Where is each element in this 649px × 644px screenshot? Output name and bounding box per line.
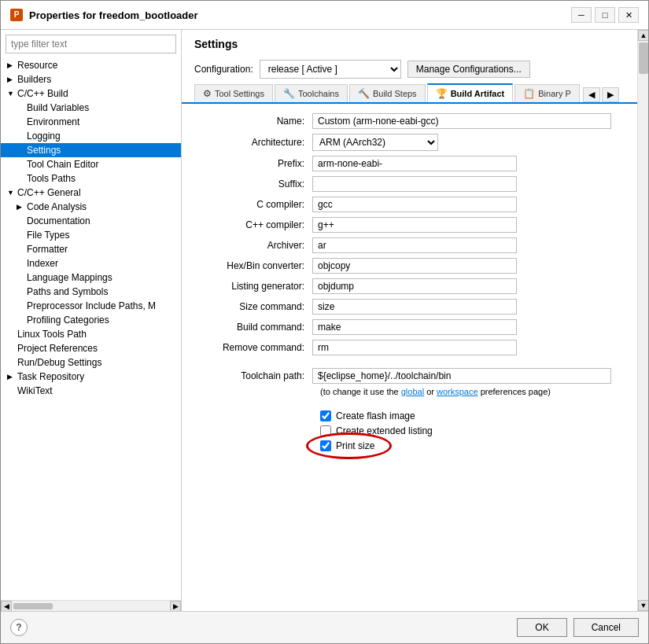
tree-item-resource[interactable]: ▶Resource	[1, 58, 181, 72]
settings-header: Settings	[182, 30, 637, 55]
scroll-left-arrow[interactable]: ◀	[1, 601, 12, 612]
c-compiler-input[interactable]	[312, 197, 517, 212]
name-input[interactable]	[312, 113, 611, 129]
cpp-compiler-input[interactable]	[312, 217, 517, 233]
toolchain-path-row: Toolchain path:	[194, 368, 625, 384]
prefix-row: Prefix:	[194, 156, 625, 171]
arch-row: Architecture: ARM (AArch32)	[194, 134, 625, 151]
tabs-bar: ⚙ Tool Settings 🔧 Toolchains 🔨 Build Ste…	[182, 83, 637, 104]
config-select[interactable]: release [ Active ]	[260, 60, 401, 79]
size-cmd-input[interactable]	[312, 299, 517, 315]
suffix-input[interactable]	[312, 176, 517, 192]
tree-item-label: C/C++ General	[17, 187, 81, 198]
tree-item-linux-tools[interactable]: Linux Tools Path	[1, 327, 181, 341]
create-flash-checkbox[interactable]	[320, 410, 331, 421]
tree-item-formatter[interactable]: Formatter	[1, 242, 181, 256]
archiver-row: Archiver:	[194, 237, 625, 253]
tree-item-run-debug[interactable]: Run/Debug Settings	[1, 355, 181, 370]
scroll-right-arrow[interactable]: ▶	[170, 601, 181, 612]
tree-item-environment[interactable]: Environment	[1, 115, 181, 129]
suffix-label: Suffix:	[194, 178, 312, 190]
vertical-scrollbar[interactable]: ▲ ▼	[637, 30, 648, 611]
expand-arrow: ▼	[7, 189, 15, 197]
listing-label: Listing generator:	[194, 281, 312, 292]
manage-configurations-button[interactable]: Manage Configurations...	[407, 61, 530, 78]
app-icon: P	[10, 9, 23, 21]
cancel-button[interactable]: Cancel	[573, 618, 639, 637]
tree-item-label: Logging	[27, 131, 61, 142]
tree-item-toolchain-editor[interactable]: Tool Chain Editor	[1, 157, 181, 171]
workspace-preferences-link[interactable]: workspace	[437, 387, 478, 396]
binary-p-icon: 📋	[523, 88, 535, 99]
tree-item-label: Documentation	[27, 215, 90, 226]
tree-item-build-variables[interactable]: Build Variables	[1, 101, 181, 115]
tab-next-button[interactable]: ▶	[602, 87, 619, 102]
print-size-row: Print size	[320, 440, 625, 451]
arch-select[interactable]: ARM (AArch32)	[312, 134, 438, 151]
listing-input[interactable]	[312, 278, 517, 294]
bottom-buttons: OK Cancel	[517, 618, 639, 637]
toolchain-path-input[interactable]	[312, 368, 611, 384]
create-extended-checkbox[interactable]	[320, 425, 331, 436]
form-area: Name: Architecture: ARM (AArch32) Prefix…	[182, 104, 637, 611]
tree-item-label: Run/Debug Settings	[17, 357, 101, 368]
archiver-input[interactable]	[312, 237, 517, 253]
cpp-compiler-row: C++ compiler:	[194, 217, 625, 233]
tree-item-cpp-build[interactable]: ▼C/C++ Build	[1, 86, 181, 101]
hex-bin-input[interactable]	[312, 258, 517, 274]
tab-build-artifact-label: Build Artifact	[451, 89, 505, 98]
scroll-down-arrow[interactable]: ▼	[638, 600, 648, 611]
tree-item-settings[interactable]: Settings	[1, 143, 181, 157]
expand-arrow: ▶	[17, 203, 24, 211]
filter-input[interactable]	[6, 35, 176, 53]
tree-item-code-analysis[interactable]: ▶Code Analysis	[1, 200, 181, 214]
tree-item-task-repo[interactable]: ▶Task Repository	[1, 370, 181, 384]
tree-item-preprocessor[interactable]: Preprocessor Include Paths, M	[1, 299, 181, 313]
horizontal-scrollbar[interactable]: ◀ ▶	[1, 600, 181, 611]
tree-item-indexer[interactable]: Indexer	[1, 256, 181, 270]
scroll-thumb-v[interactable]	[639, 42, 648, 74]
tree-item-language-mappings[interactable]: Language Mappings	[1, 270, 181, 285]
tab-build-artifact[interactable]: 🏆 Build Artifact	[427, 83, 514, 102]
minimize-button[interactable]: ─	[571, 7, 592, 23]
tree-item-documentation[interactable]: Documentation	[1, 214, 181, 228]
tab-build-steps[interactable]: 🔨 Build Steps	[349, 84, 426, 102]
help-button[interactable]: ?	[10, 619, 28, 636]
hex-bin-label: Hex/Bin converter:	[194, 260, 312, 271]
name-row: Name:	[194, 113, 625, 129]
tree-item-builders[interactable]: ▶Builders	[1, 72, 181, 86]
tree-item-logging[interactable]: Logging	[1, 129, 181, 143]
expand-arrow: ▶	[7, 75, 15, 83]
print-size-checkbox[interactable]	[320, 440, 331, 451]
prefix-input[interactable]	[312, 156, 517, 171]
window-title: Properties for freedom_bootloader	[29, 9, 198, 21]
tree-item-project-refs[interactable]: Project References	[1, 341, 181, 355]
close-button[interactable]: ✕	[618, 7, 639, 23]
remove-cmd-label: Remove command:	[194, 342, 312, 353]
remove-cmd-input[interactable]	[312, 340, 517, 355]
tree-item-profiling[interactable]: Profiling Categories	[1, 313, 181, 327]
build-cmd-row: Build command:	[194, 319, 625, 335]
create-extended-label: Create extended listing	[336, 425, 433, 436]
global-preferences-link[interactable]: global	[401, 387, 424, 396]
ok-button[interactable]: OK	[517, 618, 566, 637]
toolchain-note-end: preferences page)	[481, 387, 551, 396]
tab-prev-button[interactable]: ◀	[583, 87, 600, 102]
tree-item-label: Build Variables	[27, 102, 89, 113]
toolchain-note-or: or	[426, 387, 434, 396]
tab-tool-settings[interactable]: ⚙ Tool Settings	[194, 84, 273, 102]
tree-item-cpp-general[interactable]: ▼C/C++ General	[1, 186, 181, 200]
tree-item-label: Indexer	[27, 258, 58, 269]
tab-toolchains[interactable]: 🔧 Toolchains	[275, 84, 348, 102]
tree-item-file-types[interactable]: File Types	[1, 228, 181, 242]
maximize-button[interactable]: □	[595, 7, 615, 23]
tree-item-label: Paths and Symbols	[27, 286, 108, 297]
scroll-thumb[interactable]	[13, 603, 53, 609]
scroll-up-arrow[interactable]: ▲	[638, 30, 648, 41]
build-cmd-input[interactable]	[312, 319, 517, 335]
name-label: Name:	[194, 116, 312, 127]
tree-item-wikitext[interactable]: WikiText	[1, 384, 181, 398]
tree-item-tools-paths[interactable]: Tools Paths	[1, 171, 181, 186]
tab-binary-p[interactable]: 📋 Binary P	[514, 84, 580, 102]
tree-item-paths-symbols[interactable]: Paths and Symbols	[1, 285, 181, 299]
